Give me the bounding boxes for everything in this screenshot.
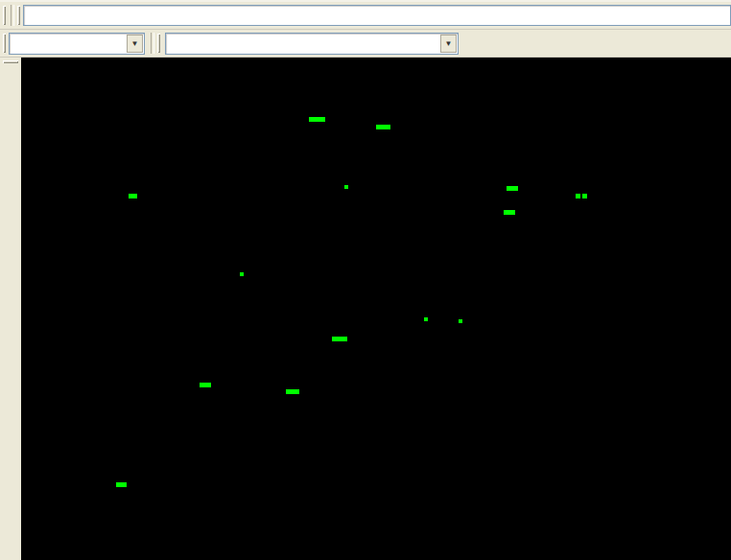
toolbar-grip[interactable] xyxy=(3,6,6,25)
toolbar-grip[interactable] xyxy=(3,34,6,53)
title-block xyxy=(608,508,707,537)
front-view-centerlines xyxy=(146,257,501,513)
technical-notes xyxy=(629,325,672,365)
toolbar-separator xyxy=(11,5,14,26)
track-sprocket xyxy=(417,166,481,229)
chevron-down-icon[interactable]: ▼ xyxy=(127,35,143,53)
detail-view-b xyxy=(625,131,677,224)
text-style-combo[interactable] xyxy=(23,5,731,26)
toolbar-grip[interactable] xyxy=(157,34,160,53)
draw-toolbar xyxy=(0,58,22,560)
chevron-down-icon[interactable]: ▼ xyxy=(440,35,457,53)
workspace-combo[interactable]: ▼ xyxy=(9,33,145,55)
front-yellow-component xyxy=(422,274,492,321)
side-view-dimensions xyxy=(129,117,530,231)
drawing-canvas[interactable] xyxy=(21,58,731,560)
view-track-side xyxy=(151,143,507,234)
standard-toolbar xyxy=(0,0,731,30)
workspace-layers-toolbar: ▼ ▼ xyxy=(0,30,731,58)
layer-combo[interactable]: ▼ xyxy=(165,33,459,55)
toolbar-separator xyxy=(151,33,154,54)
ucs-icon xyxy=(108,448,201,540)
parts-list-table xyxy=(608,380,707,508)
toolbar-grip[interactable] xyxy=(17,6,20,25)
front-view-dimensions xyxy=(200,265,520,506)
plan-view-dimensions xyxy=(116,458,147,512)
pinion-gear xyxy=(340,383,350,392)
detail-view-a xyxy=(561,193,605,230)
side-view-centerlines xyxy=(136,130,534,261)
view-plan-track xyxy=(144,461,504,509)
sheet-frame xyxy=(99,111,712,543)
slewing-ring-bolt-marks xyxy=(276,346,358,425)
toolbar-grip[interactable] xyxy=(3,60,18,63)
slewing-ring xyxy=(273,342,364,432)
view-front-section xyxy=(152,260,492,461)
